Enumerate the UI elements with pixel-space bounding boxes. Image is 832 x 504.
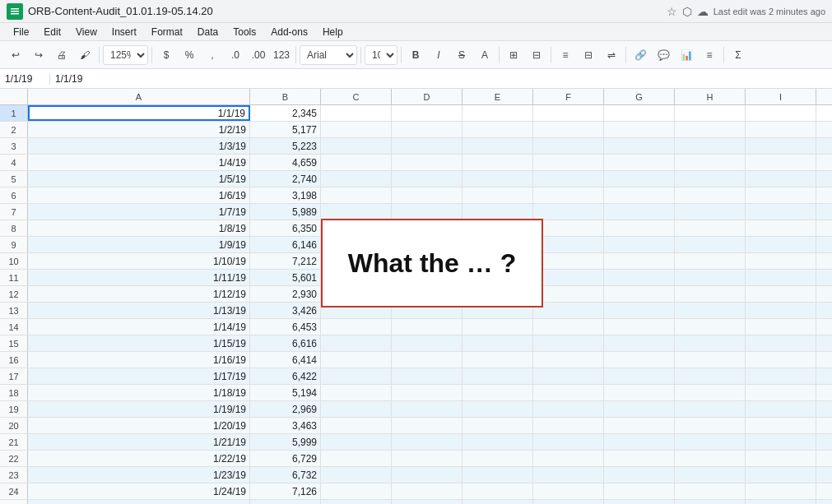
cell-e-1[interactable] — [462, 105, 533, 121]
cell-c-5[interactable] — [321, 171, 392, 187]
cell-f-19[interactable] — [533, 401, 604, 417]
cell-a-7[interactable]: 1/7/19 — [28, 204, 250, 220]
table-row[interactable]: 18 1/18/19 5,194 — [0, 385, 832, 401]
currency-button[interactable]: $ — [156, 44, 177, 66]
cell-c-19[interactable] — [321, 401, 392, 417]
cell-f-7[interactable] — [533, 204, 604, 220]
cell-g-24[interactable] — [604, 483, 675, 499]
cell-h-9[interactable] — [675, 237, 746, 252]
cell-i-7[interactable] — [746, 204, 816, 220]
cell-f-20[interactable] — [533, 418, 604, 433]
cell-b-18[interactable]: 5,194 — [250, 385, 321, 400]
col-header-e[interactable]: E — [462, 89, 533, 104]
cell-b-3[interactable]: 5,223 — [250, 138, 321, 154]
undo-button[interactable]: ↩ — [5, 44, 26, 66]
cell-h-3[interactable] — [675, 138, 746, 154]
cell-j-24[interactable] — [816, 483, 832, 499]
cell-g-22[interactable] — [604, 451, 675, 466]
comment-button[interactable]: 💬 — [653, 44, 674, 66]
cell-a-21[interactable]: 1/21/19 — [28, 434, 250, 450]
cell-b-4[interactable]: 4,659 — [250, 155, 321, 170]
cell-i-21[interactable] — [746, 434, 816, 450]
cell-d-7[interactable] — [392, 204, 462, 220]
col-header-f[interactable]: F — [533, 89, 604, 104]
cell-a-25[interactable]: 1/25/19 — [28, 500, 250, 504]
cell-e-22[interactable] — [462, 451, 533, 466]
cell-b-24[interactable]: 7,126 — [250, 483, 321, 499]
cell-j-1[interactable] — [816, 105, 832, 121]
cell-h-7[interactable] — [675, 204, 746, 220]
cell-h-17[interactable] — [675, 368, 746, 384]
cell-c-24[interactable] — [321, 483, 392, 499]
table-row[interactable]: 20 1/20/19 3,463 — [0, 418, 832, 434]
table-row[interactable]: 7 1/7/19 5,989 — [0, 204, 832, 220]
cell-a-10[interactable]: 1/10/19 — [28, 253, 250, 269]
cell-b-14[interactable]: 6,453 — [250, 319, 321, 335]
cell-c-18[interactable] — [321, 385, 392, 400]
menu-help[interactable]: Help — [316, 25, 350, 39]
cell-f-22[interactable] — [533, 451, 604, 466]
cell-e-5[interactable] — [462, 171, 533, 187]
num-format-button[interactable]: 123 — [271, 44, 292, 66]
table-row[interactable]: 6 1/6/19 3,198 — [0, 187, 832, 204]
cell-j-10[interactable] — [816, 253, 832, 269]
cell-g-4[interactable] — [604, 155, 675, 170]
cell-j-17[interactable] — [816, 368, 832, 384]
cell-g-15[interactable] — [604, 335, 675, 351]
col-header-d[interactable]: D — [392, 89, 462, 104]
menu-addons[interactable]: Add-ons — [264, 25, 314, 39]
menu-data[interactable]: Data — [191, 25, 225, 39]
cell-f-6[interactable] — [533, 187, 604, 203]
cell-f-23[interactable] — [533, 467, 604, 483]
cell-a-17[interactable]: 1/17/19 — [28, 368, 250, 384]
cell-i-10[interactable] — [746, 253, 816, 269]
cell-h-16[interactable] — [675, 352, 746, 368]
cell-a-1[interactable]: 1/1/19 — [28, 105, 250, 121]
dec-inc-button[interactable]: .0 — [225, 44, 246, 66]
drive-icon[interactable]: ⬡ — [682, 5, 692, 18]
cell-f-4[interactable] — [533, 155, 604, 170]
cell-f-10[interactable] — [533, 253, 604, 269]
cell-b-20[interactable]: 3,463 — [250, 418, 321, 433]
table-row[interactable]: 16 1/16/19 6,414 — [0, 352, 832, 368]
cell-b-8[interactable]: 6,350 — [250, 220, 321, 236]
cell-c-23[interactable] — [321, 467, 392, 483]
cell-j-19[interactable] — [816, 401, 832, 417]
cell-d-24[interactable] — [392, 483, 462, 499]
cell-e-17[interactable] — [462, 368, 533, 384]
table-row[interactable]: 24 1/24/19 7,126 — [0, 483, 832, 500]
cell-g-11[interactable] — [604, 270, 675, 285]
cell-b-12[interactable]: 2,930 — [250, 286, 321, 302]
cell-g-10[interactable] — [604, 253, 675, 269]
table-row[interactable]: 25 1/25/19 5,501 — [0, 500, 832, 504]
cell-a-19[interactable]: 1/19/19 — [28, 401, 250, 417]
formula-content[interactable]: 1/1/19 — [55, 73, 827, 85]
cell-g-5[interactable] — [604, 171, 675, 187]
cell-f-21[interactable] — [533, 434, 604, 450]
chart-button[interactable]: 📊 — [676, 44, 697, 66]
cell-f-8[interactable] — [533, 220, 604, 236]
cell-e-20[interactable] — [462, 418, 533, 433]
cell-i-16[interactable] — [746, 352, 816, 368]
cell-a-23[interactable]: 1/23/19 — [28, 467, 250, 483]
cell-f-16[interactable] — [533, 352, 604, 368]
cell-d-18[interactable] — [392, 385, 462, 400]
bold-button[interactable]: B — [405, 44, 426, 66]
table-row[interactable]: 1 1/1/19 2,345 — [0, 105, 832, 122]
cell-i-17[interactable] — [746, 368, 816, 384]
cell-h-20[interactable] — [675, 418, 746, 433]
table-row[interactable]: 15 1/15/19 6,616 — [0, 335, 832, 352]
cell-c-7[interactable] — [321, 204, 392, 220]
cell-e-18[interactable] — [462, 385, 533, 400]
wrap-button[interactable]: ⇌ — [601, 44, 622, 66]
menu-insert[interactable]: Insert — [105, 25, 143, 39]
cell-a-16[interactable]: 1/16/19 — [28, 352, 250, 368]
cell-d-15[interactable] — [392, 335, 462, 351]
cell-g-9[interactable] — [604, 237, 675, 252]
col-header-h[interactable]: H — [675, 89, 746, 104]
cell-f-9[interactable] — [533, 237, 604, 252]
cell-b-1[interactable]: 2,345 — [250, 105, 321, 121]
cell-g-1[interactable] — [604, 105, 675, 121]
cell-g-2[interactable] — [604, 122, 675, 137]
menu-edit[interactable]: Edit — [37, 25, 67, 39]
